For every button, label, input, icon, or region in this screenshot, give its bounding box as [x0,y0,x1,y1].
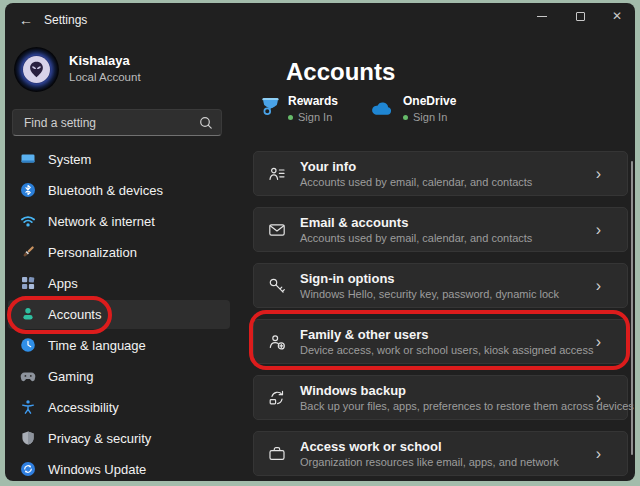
page-title: Accounts [286,58,395,86]
search-icon [198,115,214,131]
sidebar-item-system[interactable]: System [8,145,230,174]
briefcase-icon [267,444,287,464]
card-title: Windows backup [300,383,406,398]
card-title: Access work or school [300,439,442,454]
profile-name: Kishalaya [69,53,130,68]
wifi-icon [20,213,36,229]
card-subtitle: Device access, work or school users, kio… [300,344,593,356]
sidebar-item-label: Accounts [48,307,101,322]
sidebar-item-label: Gaming [48,369,94,384]
envelope-icon [267,220,287,240]
brush-icon [20,244,36,260]
card-subtitle: Accounts used by email, calendar, and co… [300,176,532,188]
backup-sync-icon [267,388,287,408]
card-subtitle: Organization resources like email, apps,… [300,456,559,468]
maximize-button[interactable] [560,0,600,32]
sidebar-item-accessibility[interactable]: Accessibility [8,393,230,422]
onedrive-status[interactable]: Sign In [403,111,456,123]
screenshot-frame: ← Settings ✕ Kishalaya Local Account Sys… [0,0,640,486]
card-email-accounts[interactable]: Email & accounts Accounts used by email,… [253,207,628,252]
sidebar-item-label: Accessibility [48,400,119,415]
sidebar-item-label: Privacy & security [48,431,151,446]
status-dot-icon [288,115,293,120]
gamepad-icon [20,368,36,384]
system-icon [20,151,36,167]
close-button[interactable]: ✕ [597,0,637,32]
sidebar-item-label: Windows Update [48,462,146,477]
apps-grid-icon [20,275,36,291]
person-add-icon [267,332,287,352]
minimize-button[interactable] [522,0,562,32]
vertical-scrollbar[interactable] [631,161,633,455]
onedrive-promo[interactable]: OneDrive Sign In [403,94,456,123]
sidebar-item-apps[interactable]: Apps [8,269,230,298]
bluetooth-icon [20,182,36,198]
accessibility-person-icon [20,399,36,415]
card-access-work-school[interactable]: Access work or school Organization resou… [253,431,628,476]
sidebar-item-gaming[interactable]: Gaming [8,362,230,391]
rewards-label: Rewards [288,94,338,108]
search-input[interactable] [22,110,192,135]
window-title: Settings [44,13,87,27]
card-title: Family & other users [300,327,429,342]
sidebar-item-accounts[interactable]: Accounts [8,300,230,329]
alien-icon [23,56,50,83]
sidebar-item-label: Network & internet [48,214,155,229]
card-subtitle: Back up your files, apps, preferences to… [300,400,634,412]
rewards-promo[interactable]: Rewards Sign In [288,94,338,123]
card-your-info[interactable]: Your info Accounts used by email, calend… [253,151,628,196]
status-dot-icon [403,115,408,120]
sidebar-item-label: Apps [48,276,78,291]
contact-card-icon [267,164,287,184]
sidebar-item-network[interactable]: Network & internet [8,207,230,236]
update-arrows-icon [20,461,36,477]
card-title: Sign-in options [300,271,395,286]
card-family-other-users[interactable]: Family & other users Device access, work… [253,319,628,364]
card-subtitle: Accounts used by email, calendar, and co… [300,232,532,244]
onedrive-icon [368,99,395,117]
clock-icon [20,337,36,353]
sidebar-item-label: Personalization [48,245,137,260]
back-button[interactable]: ← [14,9,38,31]
card-subtitle: Windows Hello, security key, password, d… [300,288,559,300]
card-title: Email & accounts [300,215,408,230]
person-icon [20,306,36,322]
card-windows-backup[interactable]: Windows backup Back up your files, apps,… [253,375,628,420]
rewards-status[interactable]: Sign In [288,111,338,123]
card-signin-options[interactable]: Sign-in options Windows Hello, security … [253,263,628,308]
chevron-right-icon: › [596,164,601,184]
sidebar-item-windows-update[interactable]: Windows Update [8,455,230,484]
sidebar-item-label: System [48,152,91,167]
shield-icon [20,430,36,446]
maximize-icon [576,12,585,21]
rewards-icon [259,95,282,118]
sidebar-item-time-language[interactable]: Time & language [8,331,230,360]
chevron-right-icon: › [596,220,601,240]
selected-indicator [8,307,11,322]
close-icon: ✕ [612,9,622,23]
sidebar-item-label: Bluetooth & devices [48,183,163,198]
avatar [14,47,59,92]
sidebar-item-personalization[interactable]: Personalization [8,238,230,267]
chevron-right-icon: › [596,444,601,464]
card-title: Your info [300,159,356,174]
key-icon [267,276,287,296]
sidebar-item-bluetooth[interactable]: Bluetooth & devices [8,176,230,205]
chevron-right-icon: › [596,388,601,408]
chevron-right-icon: › [596,276,601,296]
sidebar-item-privacy-security[interactable]: Privacy & security [8,424,230,453]
search-box[interactable] [12,109,222,136]
chevron-right-icon: › [596,332,601,352]
sidebar-item-label: Time & language [48,338,146,353]
profile-account-type: Local Account [69,71,141,83]
minimize-icon [537,16,547,17]
onedrive-label: OneDrive [403,94,456,108]
